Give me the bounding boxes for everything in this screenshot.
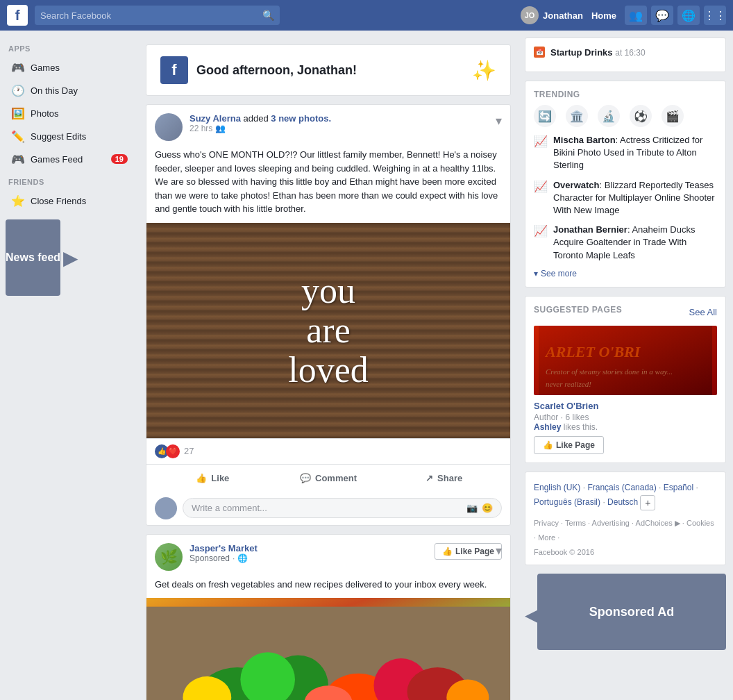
copyright-text: Facebook © 2016 <box>534 548 717 556</box>
post2-avatar[interactable]: 🌿 <box>155 543 183 571</box>
comment-button[interactable]: 💬 Comment <box>271 467 387 489</box>
adchoices-link[interactable]: AdChoices ▶ <box>636 519 680 527</box>
search-bar[interactable]: 🔍 <box>35 6 280 25</box>
privacy-link[interactable]: Privacy <box>534 519 559 527</box>
emoji-icon: 😊 <box>482 503 493 513</box>
comment-input[interactable]: Write a comment... 📷 😊 <box>183 498 502 518</box>
share-button[interactable]: ↗ Share <box>386 467 502 489</box>
post1-author-name[interactable]: Suzy Alerna <box>189 113 241 124</box>
more-link[interactable]: More <box>538 533 555 542</box>
trending-entertainment-icon[interactable]: 🎬 <box>662 105 684 127</box>
trending-politics-icon[interactable]: 🏛️ <box>566 105 588 127</box>
lang-english[interactable]: English (UK) <box>534 483 580 492</box>
suggested-page-name[interactable]: Scarlet O'Brien <box>534 401 717 411</box>
advertising-link[interactable]: Advertising <box>592 519 630 527</box>
news-feed-row: News feed ▶ <box>0 212 139 303</box>
like-label: Like <box>211 473 229 483</box>
sidebar-item-on-this-day[interactable]: 🕐 On this Day <box>3 79 136 101</box>
event-time: at 16:30 <box>615 48 645 58</box>
trending-sports-icon[interactable]: ⚽ <box>630 105 652 127</box>
user-profile-button[interactable]: JO Jonathan <box>521 6 583 24</box>
language-footer-card: English (UK) · Français (Canada) · Españ… <box>525 472 726 565</box>
post1-content: Guess who's ONE MONTH OLD?!? Our littles… <box>146 141 510 223</box>
post2-sponsored: Sponsored · 🌐 <box>189 553 428 563</box>
trending-card: TRENDING 🔄 🏛️ 🔬 ⚽ 🎬 📈 Mischa Barton: Act… <box>525 81 726 288</box>
trending-label: TRENDING <box>534 90 717 99</box>
event-calendar-icon: 📅 <box>534 47 545 58</box>
lang-french[interactable]: Français (Canada) <box>587 483 656 492</box>
notifications-icon[interactable]: 🌐 <box>677 6 700 25</box>
sidebar-item-suggest-edits[interactable]: ✏️ Suggest Edits <box>3 125 136 147</box>
sidebar-item-close-friends[interactable]: ⭐ Close Friends <box>3 190 136 212</box>
topnav-right: JO Jonathan Home 👥 💬 🌐 ⋮⋮ <box>521 6 726 25</box>
see-more-label: See more <box>541 269 577 278</box>
event-card: 📅 Startup Drinks at 16:30 <box>525 38 726 72</box>
post1-action-line: Suzy Alerna added 3 new photos. <box>189 113 502 124</box>
post1-privacy-icon: 👥 <box>215 124 226 133</box>
suggest-edits-icon: ✏️ <box>11 129 25 143</box>
news-feed-box[interactable]: News feed <box>6 219 60 296</box>
settings-icon[interactable]: ⋮⋮ <box>704 6 726 25</box>
svg-text:Creator of steamy stories done: Creator of steamy stories done in a way.… <box>546 367 673 376</box>
event-title[interactable]: Startup Drinks <box>550 47 613 58</box>
trending-science-icon[interactable]: 🔬 <box>598 105 620 127</box>
fb-logo[interactable]: f <box>7 5 28 26</box>
friends-icon[interactable]: 👥 <box>625 6 647 25</box>
post1-dropdown-icon[interactable]: ▾ <box>496 113 502 128</box>
sidebar-item-label: Photos <box>31 108 58 119</box>
veg-svg <box>146 598 510 700</box>
reaction-icons: 👍 ❤️ <box>155 444 180 458</box>
footer-links: Privacy · Terms · Advertising · AdChoice… <box>534 516 717 545</box>
trending-all-icon[interactable]: 🔄 <box>534 105 556 127</box>
sidebar-item-games-feed[interactable]: 🎮 Games Feed 19 <box>3 148 136 170</box>
trending-text-3[interactable]: Jonathan Bernier: Anaheim Ducks Acquire … <box>553 224 717 262</box>
sidebar-item-photos[interactable]: 🖼️ Photos <box>3 102 136 124</box>
post1-time: 22 hrs 👥 <box>189 124 502 133</box>
post1-avatar[interactable] <box>155 113 183 141</box>
see-more-trending[interactable]: ▾ See more <box>534 269 717 278</box>
search-icon: 🔍 <box>262 10 274 21</box>
sidebar-item-games[interactable]: 🎮 Games <box>3 56 136 78</box>
cookies-link[interactable]: Cookies <box>686 519 714 527</box>
sponsored-ad-row: ◀ Sponsored Ad <box>525 574 726 656</box>
like-page-btn-label: Like Page <box>556 440 595 450</box>
post1-meta: Suzy Alerna added 3 new photos. 22 hrs 👥 <box>189 113 502 133</box>
friends-section-label: FRIENDS <box>0 171 139 189</box>
lang-portuguese[interactable]: Português (Brasil) <box>534 497 600 507</box>
like-button[interactable]: 👍 Like <box>155 467 271 489</box>
trending-icons: 🔄 🏛️ 🔬 ⚽ 🎬 <box>534 105 717 127</box>
post1-image-text: youareloved <box>288 271 369 390</box>
topnav: f 🔍 JO Jonathan Home 👥 💬 🌐 ⋮⋮ <box>0 0 733 31</box>
post2-author-name[interactable]: Jasper's Market <box>189 543 428 553</box>
add-language-button[interactable]: + <box>640 495 655 510</box>
see-all-button[interactable]: See All <box>689 307 717 317</box>
post1-action-link[interactable]: 3 new photos. <box>271 113 331 124</box>
post-card-1: Suzy Alerna added 3 new photos. 22 hrs 👥… <box>146 104 511 526</box>
trending-name-1: Mischa Barton <box>553 135 616 145</box>
trending-text-2[interactable]: Overwatch: Blizzard Reportedly Teases Ch… <box>553 179 717 217</box>
like-icon: 👍 <box>196 473 207 483</box>
terms-link[interactable]: Terms <box>565 519 586 527</box>
messages-icon[interactable]: 💬 <box>651 6 673 25</box>
games-feed-icon: 🎮 <box>11 152 25 166</box>
event-row: 📅 Startup Drinks at 16:30 <box>534 47 717 58</box>
post2-header-right: 👍 Like Page <box>435 543 502 560</box>
photos-icon: 🖼️ <box>11 106 25 120</box>
lang-spanish[interactable]: Español <box>664 483 693 492</box>
page-liker-name[interactable]: Ashley <box>534 422 561 432</box>
trending-name-3: Jonathan Bernier <box>553 224 627 235</box>
like-page-btn-suggested[interactable]: 👍 Like Page <box>534 436 604 454</box>
like-page-button[interactable]: 👍 Like Page <box>435 543 502 560</box>
svg-text:never realized!: never realized! <box>546 380 591 388</box>
trending-item-1: 📈 Mischa Barton: Actress Criticized for … <box>534 134 717 172</box>
search-input[interactable] <box>40 10 262 21</box>
home-link[interactable]: Home <box>587 10 621 21</box>
trending-text-1[interactable]: Mischa Barton: Actress Criticized for Bi… <box>553 134 717 172</box>
post2-dropdown-icon[interactable]: ▾ <box>496 543 502 558</box>
lang-german[interactable]: Deutsch <box>607 497 638 507</box>
post1-image: youareloved <box>146 223 510 438</box>
games-icon: 🎮 <box>11 60 25 74</box>
sponsored-ad-box[interactable]: Sponsored Ad <box>537 574 726 650</box>
sponsored-dot: · <box>233 553 235 563</box>
main-feed: f Good afternoon, Jonathan! ✨ ▾ Suzy Ale… <box>139 31 518 700</box>
